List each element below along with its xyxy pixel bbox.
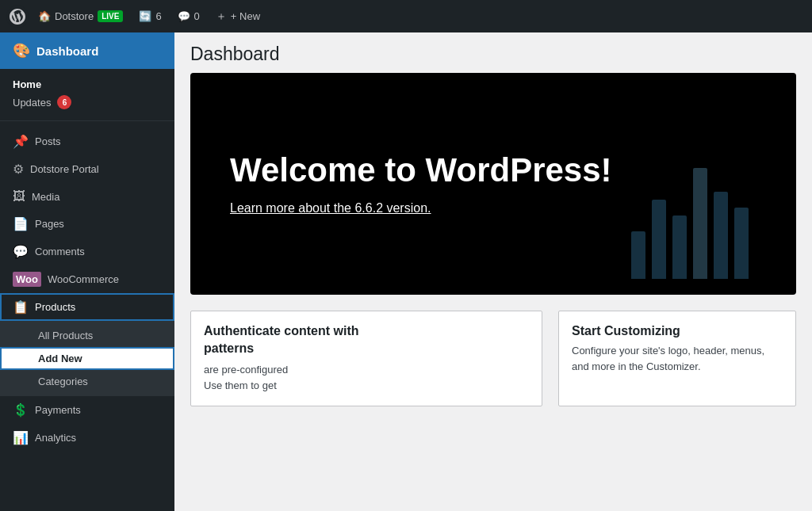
sidebar-item-updates[interactable]: Updates 6: [0, 92, 174, 114]
comments-label: Comments: [35, 246, 85, 257]
sidebar-item-home[interactable]: Home: [0, 74, 174, 92]
analytics-icon: 📊: [13, 430, 29, 445]
decorative-bars: [631, 168, 749, 279]
products-icon: 📋: [13, 299, 29, 315]
comments-nav-icon: 💬: [13, 244, 29, 259]
posts-icon: 📌: [13, 134, 29, 149]
main-content: Dashboard Welcome to WordPress! Learn mo…: [174, 32, 812, 511]
sidebar-item-pages[interactable]: 📄 Pages: [0, 210, 174, 238]
widget-left-title: Authenticate content with: [204, 324, 529, 338]
live-badge: Live: [98, 10, 123, 22]
products-submenu: All Products Add New Categories: [0, 321, 174, 396]
sidebar-item-media[interactable]: 🖼 Media: [0, 183, 174, 210]
welcome-panel: Welcome to WordPress! Learn more about t…: [190, 73, 796, 295]
payments-label: Payments: [35, 404, 81, 416]
dotstore-label: Dotstore Portal: [30, 163, 99, 175]
updates-count: 6: [155, 10, 161, 22]
submenu-add-new[interactable]: Add New: [0, 347, 174, 370]
posts-label: Posts: [35, 135, 61, 147]
home-section: Home Updates 6: [0, 69, 174, 120]
widget-right-text: Configure your site's logo, header, menu…: [572, 343, 783, 374]
bar-6: [734, 208, 749, 279]
media-icon: 🖼: [13, 189, 25, 204]
widget-right-title: Start Customizing: [572, 324, 783, 338]
bar-1: [631, 231, 645, 279]
widget-left-subtitle: patterns: [204, 341, 529, 356]
updates-item[interactable]: 🔄 6: [132, 0, 167, 32]
new-label: + New: [231, 10, 260, 22]
sidebar: 🎨 Dashboard Home Updates 6 📌 Posts ⚙ Dot…: [0, 32, 174, 511]
updates-count-badge: 6: [57, 95, 71, 109]
woo-label: WooCommerce: [48, 273, 119, 285]
site-name: Dotstore: [55, 10, 94, 22]
sidebar-item-payments[interactable]: 💲 Payments: [0, 396, 174, 424]
widget-left-text: are pre-configuredUse them to get: [204, 362, 529, 393]
content-widgets: Authenticate content with patterns are p…: [174, 295, 812, 422]
home-icon: 🏠: [38, 10, 51, 22]
comments-item[interactable]: 💬 0: [171, 0, 206, 32]
layout: 🎨 Dashboard Home Updates 6 📌 Posts ⚙ Dot…: [0, 32, 812, 511]
comments-icon: 💬: [178, 10, 190, 22]
bar-2: [652, 200, 666, 279]
widget-right: Start Customizing Configure your site's …: [558, 311, 796, 406]
admin-bar: 🏠 Dotstore Live 🔄 6 💬 0 ＋ + New: [0, 0, 812, 32]
submenu-categories[interactable]: Categories: [0, 370, 174, 393]
sidebar-item-woocommerce[interactable]: Woo WooCommerce: [0, 265, 174, 293]
woo-icon: Woo: [13, 272, 41, 287]
sidebar-item-analytics[interactable]: 📊 Analytics: [0, 424, 174, 452]
nav-section: 📌 Posts ⚙ Dotstore Portal 🖼 Media 📄 Page…: [0, 120, 174, 458]
bar-5: [714, 192, 728, 279]
media-label: Media: [32, 191, 59, 203]
wp-logo[interactable]: [6, 6, 29, 28]
payments-icon: 💲: [13, 402, 29, 418]
bar-3: [672, 215, 687, 279]
pages-icon: 📄: [13, 216, 29, 231]
new-item[interactable]: ＋ + New: [209, 0, 266, 32]
dashboard-icon: 🎨: [13, 42, 30, 59]
sidebar-item-products[interactable]: 📋 Products: [0, 293, 174, 321]
updates-sync-icon: 🔄: [139, 10, 151, 22]
sidebar-item-dotstore-portal[interactable]: ⚙ Dotstore Portal: [0, 155, 174, 183]
page-title: Dashboard: [174, 32, 812, 73]
products-label: Products: [35, 301, 75, 313]
dashboard-label: Dashboard: [36, 44, 98, 58]
updates-label: Updates: [13, 97, 51, 109]
sidebar-item-posts[interactable]: 📌 Posts: [0, 128, 174, 155]
analytics-label: Analytics: [35, 432, 76, 444]
widget-left: Authenticate content with patterns are p…: [190, 311, 542, 406]
sidebar-item-comments[interactable]: 💬 Comments: [0, 238, 174, 265]
comments-count: 0: [194, 10, 200, 22]
new-plus-icon: ＋: [216, 10, 227, 24]
pages-label: Pages: [35, 218, 64, 230]
sidebar-dashboard[interactable]: 🎨 Dashboard: [0, 32, 174, 69]
dotstore-icon: ⚙: [13, 162, 24, 177]
submenu-all-products[interactable]: All Products: [0, 324, 174, 347]
site-name-item[interactable]: 🏠 Dotstore Live: [32, 0, 129, 32]
bar-4: [693, 168, 707, 279]
